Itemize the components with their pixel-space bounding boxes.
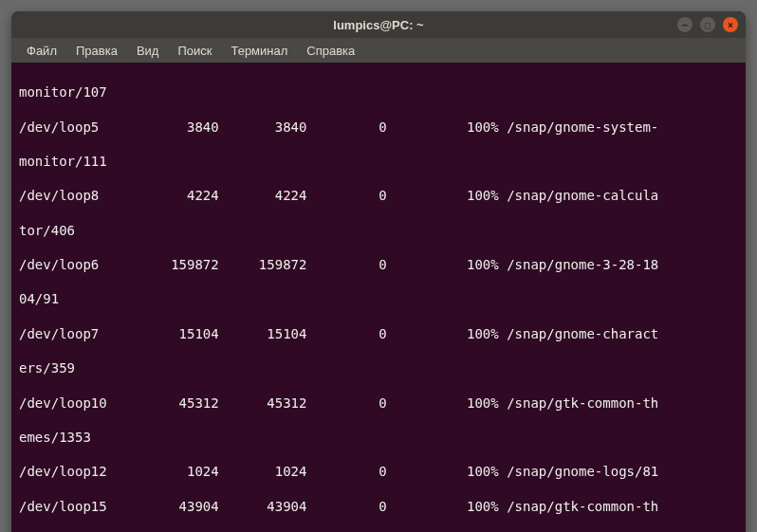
output-line: /dev/loop12 1024 1024 0 100% /snap/gnome… — [19, 463, 738, 480]
output-line: /dev/loop7 15104 15104 0 100% /snap/gnom… — [19, 325, 738, 342]
menubar: Файл Правка Вид Поиск Терминал Справка — [11, 38, 746, 63]
output-line: /dev/loop15 43904 43904 0 100% /snap/gtk… — [19, 498, 738, 515]
minimize-button[interactable]: – — [677, 17, 692, 32]
terminal-window: lumpics@PC: ~ – □ × Файл Правка Вид Поис… — [11, 11, 746, 532]
output-line: monitor/111 — [19, 153, 738, 170]
output-line: /dev/loop8 4224 4224 0 100% /snap/gnome-… — [19, 187, 738, 204]
menu-search[interactable]: Поиск — [170, 42, 219, 60]
output-line: emes/1353 — [19, 429, 738, 446]
output-line: 04/91 — [19, 290, 738, 307]
menu-view[interactable]: Вид — [129, 42, 167, 60]
menu-edit[interactable]: Правка — [68, 42, 125, 60]
maximize-button[interactable]: □ — [700, 17, 715, 32]
menu-terminal[interactable]: Терминал — [223, 42, 295, 60]
output-line: /dev/loop6 159872 159872 0 100% /snap/gn… — [19, 256, 738, 273]
output-line: /dev/loop5 3840 3840 0 100% /snap/gnome-… — [19, 119, 738, 136]
output-line: tor/406 — [19, 222, 738, 239]
titlebar[interactable]: lumpics@PC: ~ – □ × — [11, 11, 746, 38]
output-line: monitor/107 — [19, 83, 738, 101]
output-line: ers/359 — [19, 359, 738, 376]
menu-file[interactable]: Файл — [19, 42, 65, 60]
window-controls: – □ × — [677, 17, 738, 32]
menu-help[interactable]: Справка — [299, 42, 362, 60]
terminal-body[interactable]: monitor/107 /dev/loop5 3840 3840 0 100% … — [11, 63, 746, 532]
output-line: /dev/loop10 45312 45312 0 100% /snap/gtk… — [19, 394, 738, 412]
window-title: lumpics@PC: ~ — [333, 18, 423, 32]
close-button[interactable]: × — [723, 17, 738, 32]
